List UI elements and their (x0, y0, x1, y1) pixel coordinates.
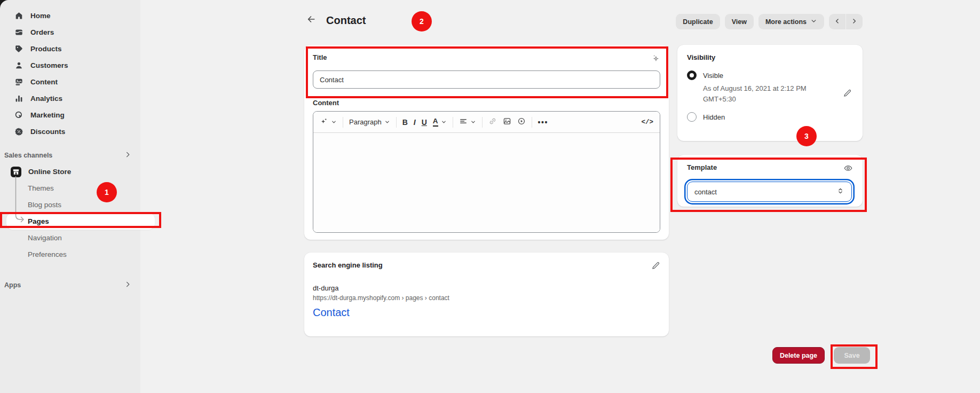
duplicate-button[interactable]: Duplicate (676, 14, 720, 29)
sidebar-item-analytics[interactable]: Analytics (0, 90, 140, 107)
select-updown-icon (836, 187, 844, 196)
bold-button[interactable]: B (402, 118, 408, 127)
analytics-icon (14, 94, 23, 104)
ai-sparkle-icon (320, 117, 328, 128)
sidebar-item-home[interactable]: Home (0, 7, 140, 24)
sidebar-item-online-store[interactable]: Online Store (0, 163, 140, 180)
rich-text-editor: Paragraph B I U A (313, 111, 660, 233)
sidebar-item-pages[interactable]: Pages (6, 213, 155, 230)
divider (453, 117, 453, 128)
paragraph-style-dropdown[interactable]: Paragraph (349, 117, 390, 127)
insert-image-button[interactable] (503, 117, 511, 128)
underline-button[interactable]: U (422, 118, 427, 127)
alignment-button[interactable] (459, 117, 476, 128)
chevron-right-icon (124, 280, 132, 290)
hidden-radio-option[interactable]: Hidden (687, 112, 853, 122)
visibility-heading: Visibility (687, 53, 853, 61)
sidebar-item-themes[interactable]: Themes (0, 180, 140, 196)
view-label: View (732, 18, 747, 26)
seo-heading: Search engine listing (313, 261, 383, 269)
view-button[interactable]: View (725, 14, 754, 29)
apps-header[interactable]: Apps (0, 277, 140, 293)
home-icon (14, 11, 23, 21)
sidebar-item-customers[interactable]: Customers (0, 57, 140, 74)
sidebar-item-orders[interactable]: Orders (0, 24, 140, 41)
sidebar-item-navigation[interactable]: Navigation (0, 230, 140, 246)
visibility-card: Visibility Visible As of August 16, 2021… (677, 45, 863, 141)
marketing-icon (14, 111, 23, 120)
title-input[interactable] (313, 70, 660, 89)
show-html-button[interactable]: </> (641, 119, 653, 126)
sub-item-label: Preferences (28, 250, 67, 258)
sidebar-item-preferences[interactable]: Preferences (0, 246, 140, 263)
sidebar-item-products[interactable]: Products (0, 41, 140, 57)
sub-item-label: Pages (28, 217, 49, 225)
text-color-button[interactable]: A (433, 117, 447, 127)
radio-unselected-icon (687, 112, 697, 122)
chevron-right-icon (851, 18, 858, 26)
content-editor-body[interactable] (313, 133, 660, 233)
edit-pencil-icon[interactable] (843, 89, 852, 100)
chevron-down-icon (331, 117, 337, 127)
sidebar-item-content[interactable]: Content (0, 74, 140, 90)
online-store-icon (11, 167, 21, 177)
seo-site-name: dt-durga (313, 284, 660, 292)
template-select-value: contact (694, 188, 717, 196)
image-icon (503, 117, 511, 128)
header-actions: Duplicate View More actions (676, 14, 863, 29)
annotation-circle-2: 2 (412, 11, 432, 32)
duplicate-label: Duplicate (683, 18, 713, 26)
delete-page-button[interactable]: Delete page (772, 347, 825, 364)
previous-page-button[interactable] (829, 14, 845, 29)
sidebar-item-label: Discounts (30, 128, 65, 136)
edit-pencil-icon[interactable] (651, 261, 660, 272)
sub-item-label: Navigation (28, 234, 62, 242)
align-left-icon (459, 117, 468, 128)
sidebar-item-label: Online Store (28, 168, 71, 176)
sub-item-label: Themes (28, 184, 54, 192)
page-details-card: Title Content Paragraph B I U (304, 45, 669, 240)
sidebar-item-blog-posts[interactable]: Blog posts (0, 196, 140, 213)
sidebar-item-marketing[interactable]: Marketing (0, 107, 140, 123)
divider (343, 117, 343, 128)
sales-channels-header[interactable]: Sales channels (0, 147, 140, 163)
insert-link-button[interactable] (488, 117, 497, 128)
sub-item-label: Blog posts (28, 201, 61, 209)
seo-page-link[interactable]: Contact (313, 306, 660, 319)
visible-radio-option[interactable]: Visible (687, 70, 853, 80)
template-select[interactable]: contact (687, 182, 852, 202)
sidebar-item-label: Marketing (30, 111, 65, 119)
radio-selected-icon (687, 70, 697, 80)
sidebar-item-label: Analytics (30, 95, 62, 103)
text-color-letter: A (433, 117, 438, 126)
content-icon (14, 77, 23, 87)
more-actions-button[interactable]: More actions (758, 14, 824, 29)
italic-button[interactable]: I (414, 118, 416, 127)
sidebar-item-label: Customers (30, 61, 68, 69)
divider (396, 117, 397, 128)
link-icon (488, 117, 497, 128)
insert-video-button[interactable] (517, 117, 526, 128)
shopify-admin-page: Home Orders Products Customers Content A… (0, 0, 980, 393)
discounts-icon (14, 127, 23, 137)
back-arrow-icon (306, 14, 316, 26)
ai-assist-button[interactable] (320, 117, 337, 128)
hidden-label: Hidden (703, 113, 725, 121)
more-actions-label: More actions (765, 18, 807, 26)
chevron-right-icon (124, 151, 132, 160)
sidebar-item-label: Content (30, 78, 58, 86)
back-button[interactable] (304, 13, 318, 27)
next-page-button[interactable] (846, 14, 863, 29)
ai-sparkle-icon[interactable] (651, 53, 660, 65)
more-formatting-button[interactable]: ••• (538, 118, 548, 127)
apps-label: Apps (4, 281, 21, 289)
eye-preview-icon[interactable] (843, 163, 853, 175)
sidebar-item-discounts[interactable]: Discounts (0, 123, 140, 140)
chevron-down-icon (384, 117, 390, 127)
template-label: Template (687, 163, 717, 171)
title-label: Title (313, 53, 327, 61)
page-header: Contact (304, 13, 366, 27)
sidebar-item-label: Products (30, 45, 62, 53)
save-button[interactable]: Save (834, 347, 870, 364)
customers-icon (14, 61, 23, 70)
